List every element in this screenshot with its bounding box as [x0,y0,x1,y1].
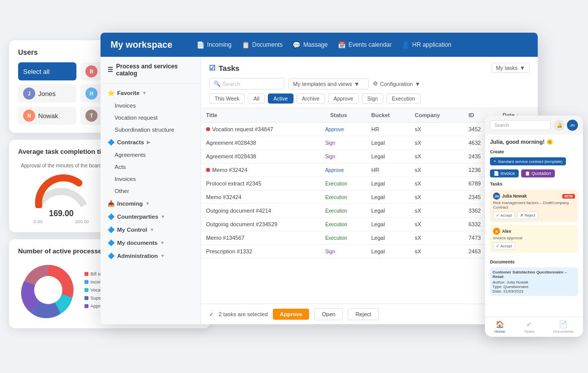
chart1-max: 200.00 [75,219,89,224]
filter-archive[interactable]: Archive [297,94,325,104]
cell-company: sX [410,123,463,136]
tasks-icon: ✓ [526,320,532,328]
cell-company: sX [410,136,463,150]
cell-company: sX [410,245,463,258]
cell-company: sX [410,163,463,177]
sidebar-subordination[interactable]: Subordination structure [101,124,201,136]
reject-button[interactable]: ✗ Reject [517,212,538,219]
filter-all[interactable]: All [248,94,265,104]
legend-dot [84,304,88,308]
cell-status: Execution [325,231,366,245]
laptop-screen: My workspace 📄 Incoming 📋 Documents 💬 Ma… [101,33,538,324]
check-icon: ✓ [209,311,214,318]
cell-company: sX [410,218,463,231]
home-icon: 🏠 [496,320,504,328]
contracts-icon: 🔷 [108,139,115,146]
mobile-nav-tasks[interactable]: ✓ Tasks [524,320,534,334]
accept-button2[interactable]: ✓ Accept [493,242,515,250]
sidebar-my-docs[interactable]: 🔷 My documents ▼ [101,236,201,249]
incoming-icon: 📄 [197,41,205,49]
user-btn-jones[interactable]: JJones [18,84,76,103]
approve-button[interactable]: Approve [273,309,310,320]
selected-label: 2 tasks are selected [219,311,268,317]
sidebar-incoming[interactable]: 📥 Incoming ▼ [101,197,201,210]
workspace-sidebar: ☰ Process and services catalog ⭐ Favorit… [101,57,201,324]
sidebar-agreements[interactable]: Agreements [101,149,201,161]
docs-icon: 📄 [559,320,567,328]
cell-status: Sign [325,245,366,258]
my-tasks-select[interactable]: My tasks ▼ [492,63,530,73]
cell-status: Approve [325,123,366,136]
mobile-nav-documents[interactable]: 📄 Documents [553,320,573,334]
cell-status: Execution [325,218,366,231]
nav-hr[interactable]: 👤 HR application [402,41,451,49]
sidebar-header: ☰ Process and services catalog [101,63,201,83]
col-title: Title [201,108,325,123]
accept-button[interactable]: ✓ Accept [493,212,515,219]
sidebar-favorite[interactable]: ⭐ Favorite ▼ [101,86,201,100]
sidebar-invoices2[interactable]: Invoices [101,173,201,185]
create-invoice-chip[interactable]: 📄 Invoice [490,169,519,177]
sidebar-other[interactable]: Other [101,185,201,197]
nav-events[interactable]: 📅 Events calendar [338,41,391,49]
filter-approve[interactable]: Approve [328,94,359,104]
filter-active[interactable]: Active [268,94,293,104]
filter-sign[interactable]: Sign [362,94,383,104]
mobile-search-input[interactable]: Search [490,120,551,130]
create-contract-chip[interactable]: + Standard service contract (template) [490,157,566,165]
sidebar-my-control[interactable]: 🔷 My Control ▼ [101,223,201,236]
quotation-icon: 📋 [525,171,530,176]
workspace-body: ☰ Process and services catalog ⭐ Favorit… [101,57,538,324]
hr-icon: 👤 [402,41,410,49]
chevron-icon: ▼ [142,90,147,96]
select-all-button[interactable]: Select all [18,62,76,80]
mobile-create-row: + Standard service contract (template) [485,155,583,167]
my-docs-icon: 🔷 [108,239,115,246]
task-user-line: JN Julia Nowak NOW [493,193,575,200]
mobile-nav-home[interactable]: 🏠 Home [495,320,505,334]
reject-button[interactable]: Reject [348,308,378,320]
nav-documents[interactable]: 📋 Documents [242,41,283,49]
sidebar-vocation[interactable]: Vocation request [101,112,201,124]
sidebar-invoices[interactable]: Invoices [101,100,201,112]
sidebar-counterparties[interactable]: 🔷 Counterparties ▼ [101,210,201,223]
open-button[interactable]: Open [314,308,343,320]
cell-title: Vocation request #34847 [201,123,325,136]
avatar-icon[interactable]: JN [567,120,578,131]
task-user-line2: A Alex [493,228,575,235]
cell-title: Protocol extract #2345 [201,177,325,191]
cell-title: Outgoing document #4214 [201,204,325,218]
tasks-search-box[interactable]: 🔍 Search [209,78,284,89]
sidebar-admin[interactable]: 🔷 Administration ▼ [101,249,201,262]
col-bucket: Bucket [366,108,410,123]
nav-incoming[interactable]: 📄 Incoming [197,41,232,49]
period-filter[interactable]: This Week [209,94,245,104]
documents-icon: 📋 [242,41,250,49]
create-quotation-chip[interactable]: 📋 Quotation [521,169,555,177]
invoice-icon: 📄 [494,171,499,176]
mobile-search-bar: Search 🔔 JN [485,116,583,135]
sidebar-contracts[interactable]: 🔷 Contracts ▶ [101,136,201,149]
mobile-bottom-nav: 🏠 Home ✓ Tasks 📄 Documents [485,317,583,337]
sidebar-acts[interactable]: Acts [101,161,201,173]
cell-bucket: HR [366,123,410,136]
cell-title: Memo #134567 [201,231,325,245]
user-btn-nowak[interactable]: NNowak [18,107,76,125]
workspace-title: My workspace [111,40,172,50]
chevron-icon: ▶ [147,140,150,145]
notification-icon[interactable]: 🔔 [554,120,565,131]
legend-dot [84,272,88,276]
nav-massage[interactable]: 💬 Massage [292,41,328,49]
cell-status: Execution [325,204,366,218]
cell-bucket: Legal [366,245,410,258]
cell-company: sX [410,177,463,191]
events-icon: 📅 [338,41,346,49]
filter-execution[interactable]: Execution [386,94,421,104]
cell-title: Prescription #1332 [201,245,325,258]
status-badge: NOW [562,194,575,199]
template-select[interactable]: My templates and views ▼ [288,78,369,89]
massage-icon: 💬 [292,41,301,49]
mobile-doc-card: Customer Satisfaction Questionnaire – Re… [490,267,578,296]
cell-company: sX [410,191,463,204]
config-button[interactable]: ⚙ Configuration ▼ [373,80,420,87]
